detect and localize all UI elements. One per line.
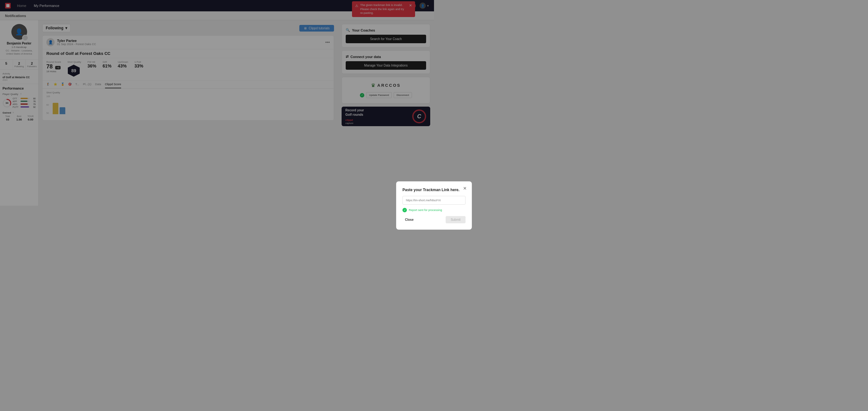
trackman-link-input[interactable] — [402, 196, 434, 205]
trackman-modal: Paste your Trackman Link here. ✕ ✓ Repor… — [396, 181, 434, 205]
modal-overlay[interactable]: Paste your Trackman Link here. ✕ ✓ Repor… — [0, 0, 434, 205]
modal-title: Paste your Trackman Link here. — [402, 188, 434, 192]
